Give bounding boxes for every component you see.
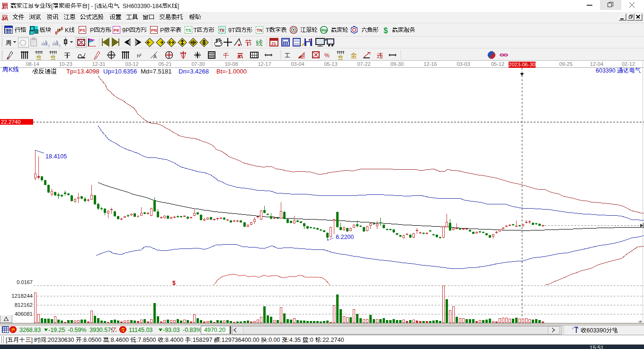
svg-text:Tp=13.4098: Tp=13.4098 [66,68,99,75]
svg-text:]: ] [88,3,89,9]
svg-text:TN: TN [257,28,262,33]
svg-text:-93.03: -93.03 [163,327,179,333]
svg-text:12-31: 12-31 [92,61,105,67]
svg-text:12-16: 12-16 [423,61,437,67]
svg-text:T: T [194,27,197,34]
svg-text:11145.03: 11145.03 [129,327,152,333]
svg-text:K: K [65,27,69,34]
svg-text:-0.59%: -0.59% [68,327,87,333]
svg-text:Up=10.6356: Up=10.6356 [103,68,137,75]
svg-text:PS: PS [80,28,85,33]
svg-text:3268.83: 3268.83 [19,327,41,333]
svg-text:07-30: 07-30 [191,61,205,67]
svg-text:-19.25: -19.25 [48,327,65,333]
svg-text:9P: 9P [122,27,129,34]
svg-text:2023-06-30: 2023-06-30 [509,62,535,67]
svg-text:3930.57: 3930.57 [89,327,111,333]
svg-text:18.4105: 18.4105 [45,153,67,160]
svg-text:4970.20: 4970.20 [204,327,225,333]
svg-text:A: A [153,54,157,59]
svg-text:]: ] [31,337,33,343]
svg-text:05-12: 05-12 [491,61,504,67]
svg-text:406081: 406081 [15,311,33,317]
svg-text:05-13: 05-13 [324,61,337,67]
svg-text:09-30: 09-30 [390,61,403,67]
svg-text:603390: 603390 [596,67,616,74]
svg-text:SH603390-184: SH603390-184 [123,3,162,9]
svg-text:K: K [168,3,172,9]
svg-text::22.2740: :22.2740 [321,337,344,343]
svg-text:15:51: 15:51 [590,345,604,349]
svg-text:TS: TS [186,28,191,33]
svg-text:09-25: 09-25 [559,61,572,67]
svg-text:08-14: 08-14 [26,61,39,67]
svg-text:6.2200: 6.2200 [336,234,354,240]
svg-text:P: P [160,27,164,34]
svg-text:3: 3 [48,44,50,47]
svg-text:603390: 603390 [587,327,607,334]
svg-text:-0.83%: -0.83% [183,327,202,333]
svg-text:PN: PN [151,28,157,33]
svg-text:03-12: 03-12 [125,61,138,67]
svg-text::8.0500: :8.0500 [82,337,102,343]
svg-text:9: 9 [59,44,61,47]
svg-text:Big: Big [321,28,327,32]
svg-text:]: ] [178,3,179,9]
svg-text::8.4000: :8.4000 [164,337,184,343]
svg-text:Md=7.5181: Md=7.5181 [141,68,171,75]
svg-text:03-03: 03-03 [456,61,470,67]
svg-text:9T: 9T [228,27,235,34]
svg-text:-: - [91,3,93,9]
svg-text::0: :0 [308,337,313,343]
svg-text:Dn=3.4268: Dn=3.4268 [179,68,209,75]
svg-text:10-08: 10-08 [224,61,238,67]
svg-text:02-12: 02-12 [622,61,635,67]
svg-text::4.35: :4.35 [288,337,301,343]
svg-text:[: [ [95,3,97,9]
svg-text:03-04: 03-04 [291,61,304,67]
svg-text:21: 21 [271,41,276,46]
svg-text:12-04: 12-04 [590,61,603,67]
svg-text:%: % [324,52,330,59]
svg-text:n²: n² [137,53,142,58]
svg-text:22.2740: 22.2740 [1,119,21,125]
svg-text:T: T [266,27,269,34]
svg-text::0.00: :0.00 [267,337,280,343]
svg-text:P9: P9 [114,28,119,33]
svg-text:10-23: 10-23 [59,61,72,67]
svg-text:[: [ [6,337,8,343]
svg-text:12-17: 12-17 [258,61,271,67]
svg-text:07-22: 07-22 [357,61,370,67]
svg-text:05-21: 05-21 [158,61,171,67]
svg-text:K: K [9,66,13,73]
svg-text:T9: T9 [219,28,224,33]
svg-text::8.4600: :8.4600 [109,337,129,343]
svg-text:0.0167: 0.0167 [17,279,33,285]
svg-text:Bt=-1.0000: Bt=-1.0000 [216,68,247,75]
svg-text::20230630: :20230630 [46,337,74,343]
svg-text:$: $ [384,27,388,35]
svg-text:812162: 812162 [15,302,33,308]
svg-text::7.8500: :7.8500 [136,337,156,343]
svg-text:1218244: 1218244 [11,293,33,299]
svg-text::129736400.00: :129736400.00 [220,337,259,343]
svg-text:P: P [90,27,94,34]
svg-text::158297: :158297 [191,337,212,343]
svg-text:[: [ [51,3,53,9]
